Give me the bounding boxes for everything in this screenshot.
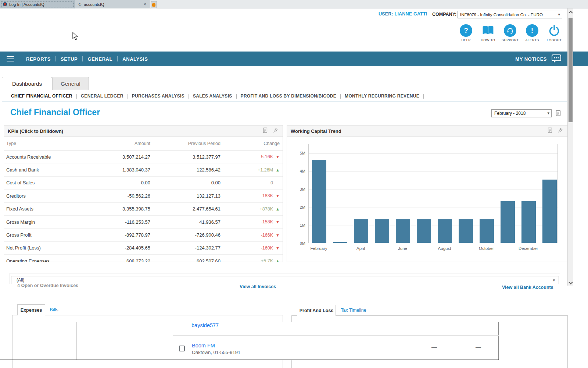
down-triangle-icon: ▼ [275, 246, 280, 250]
help-button[interactable]: ? HELP [456, 24, 476, 42]
chevron-down-icon: ▾ [558, 12, 560, 17]
col-change: Change [220, 141, 280, 146]
my-notices[interactable]: MY NOTICES [515, 54, 562, 64]
contacts-overlay-window: bayside577 Boom FM Oaktown, 01-555-9191 … [76, 322, 499, 360]
kpi-amount: -50,562.26 [78, 193, 150, 199]
browser-tab-title: accountsIQ [84, 2, 104, 7]
tab-general[interactable]: General [52, 77, 89, 90]
kpi-change-value: 0 [270, 180, 273, 185]
pin-icon[interactable] [557, 127, 563, 135]
kpi-row[interactable]: Cash and Bank1,383,040.37122,586.42+1.26… [4, 163, 283, 176]
view-all-bank-accounts-link[interactable]: View all Bank Accounts [502, 285, 553, 290]
tab-bills[interactable]: Bills [45, 304, 63, 315]
user-label: USER: [379, 11, 393, 17]
up-triangle-icon: ▲ [275, 207, 280, 211]
speech-bubble-icon [551, 54, 562, 64]
down-triangle-icon: ▼ [275, 155, 280, 159]
contact-link[interactable]: bayside577 [191, 322, 219, 328]
kpi-row[interactable]: Cost of Sales0.000.000 [4, 177, 283, 190]
kpi-row[interactable]: Net Profit (Loss)-284,405.65-124,302.77-… [4, 242, 283, 255]
y-tick-label: 5M [287, 151, 305, 155]
view-all-invoices-link[interactable]: View all Invoices [240, 284, 276, 289]
subnav-general-ledger[interactable]: GENERAL LEDGER [77, 93, 128, 99]
col-type: Type [4, 141, 78, 146]
filter-select-value: (All) [17, 277, 24, 283]
support-button[interactable]: SUPPORT [500, 24, 520, 42]
kpi-type: Fixed Assets [4, 206, 78, 212]
kpi-change-value: -183K [261, 193, 273, 198]
scroll-up-icon[interactable] [569, 11, 573, 15]
kpi-amount: 0.00 [78, 180, 150, 185]
kpi-previous: 122,586.42 [150, 167, 220, 173]
alert-icon: ! [526, 24, 538, 37]
col-previous-period: Previous Period [150, 141, 220, 146]
col-amount: Amount [78, 141, 150, 146]
tab-expenses[interactable]: Expenses [17, 304, 45, 315]
kpi-amount: -284,405.65 [78, 245, 150, 251]
vertical-scrollbar[interactable] [567, 8, 573, 286]
chevron-down-icon: ▾ [553, 278, 555, 283]
subnav-chief-financial-officer[interactable]: CHIEF FINANCIAL OFFICER [7, 93, 76, 99]
kpi-row[interactable]: Fixed Assets3,355,398.752,477,654.61+878… [4, 203, 283, 216]
kpi-change: -166K▼ [220, 233, 280, 238]
kpi-row[interactable]: Gross Profit-892,778.97-726,900.46-166K▼ [4, 229, 283, 241]
kpi-row[interactable]: Accounts Receivable3,507,214.273,512,377… [4, 151, 283, 163]
subnav-sales-analysis[interactable]: SALES ANALYSIS [189, 93, 236, 99]
kpi-row[interactable]: Creditors-50,562.26132,127.13-183K▼ [4, 190, 283, 202]
help-icon: ? [460, 24, 472, 37]
nav-general[interactable]: GENERAL [83, 56, 117, 62]
book-icon [481, 24, 495, 37]
tab-profit-and-loss[interactable]: Profit And Loss [297, 305, 336, 316]
logout-label: LOGOUT [547, 38, 562, 42]
kpi-change: 0 [220, 180, 280, 185]
kpi-row[interactable]: Gross Margin-116,253.5741,936.57-158K▼ [4, 216, 283, 229]
close-tab-icon[interactable]: × [143, 2, 147, 7]
how-to-button[interactable]: HOW TO [478, 24, 498, 42]
subnav-purchases-analysis[interactable]: PURCHASES ANALYSIS [128, 93, 189, 99]
period-select[interactable]: February - 2018 ▾ [491, 109, 552, 117]
chart-xaxis: FebruaryAprilJuneAugustOctoberDecember [308, 125, 558, 262]
browser-tab-login[interactable]: Log In | AccountsIQ [0, 0, 75, 8]
kpi-type: Creditors [4, 193, 78, 199]
subnav-pnl-by-dimension[interactable]: PROFIT AND LOSS BY DIMENSION/BICODE [237, 93, 341, 99]
contact-name-link[interactable]: Boom FM [192, 343, 215, 348]
export-icon[interactable] [263, 127, 268, 135]
empty-cell-dash: — [476, 344, 481, 350]
y-tick-label: 4M [287, 169, 305, 173]
kpi-amount: 3,507,214.27 [78, 154, 150, 160]
nav-items: REPORTS SETUP GENERAL ANALYSIS [21, 56, 153, 62]
tab-tax-timeline[interactable]: Tax Timeline [336, 305, 371, 316]
kpi-previous: -124,302.77 [150, 245, 220, 251]
nav-setup[interactable]: SETUP [56, 56, 82, 62]
x-tick-label: October [479, 246, 494, 251]
pin-icon[interactable] [273, 127, 278, 135]
kpi-amount: 1,383,040.37 [78, 167, 150, 173]
kpi-change-value: -166K [261, 233, 273, 238]
export-icon[interactable] [555, 110, 562, 118]
browser-tab-accountsiq[interactable]: ↻ accountsIQ × [75, 0, 150, 8]
contact-checkbox[interactable] [179, 346, 185, 351]
workspace-tabs: Dashboards General [2, 77, 89, 90]
scroll-down-icon[interactable] [569, 280, 573, 284]
alerts-button[interactable]: ! ALERTS [522, 24, 542, 42]
kpi-type: Gross Margin [4, 219, 78, 225]
hamburger-menu-icon[interactable] [7, 56, 14, 62]
kpi-change-value: -158K [261, 219, 273, 224]
kpi-change-value: +1.26M [258, 167, 273, 173]
subnav-divider [423, 94, 424, 99]
up-triangle-icon: ▲ [275, 259, 280, 262]
kpi-change: -158K▼ [220, 219, 280, 224]
logout-button[interactable]: LOGOUT [544, 24, 564, 42]
scrollbar-thumb[interactable] [569, 18, 573, 122]
tab-dashboards[interactable]: Dashboards [2, 77, 52, 90]
subnav-monthly-recurring-revenue[interactable]: MONTHLY RECURRING REVENUE [341, 93, 423, 99]
tab-stub[interactable] [151, 1, 157, 8]
nav-analysis[interactable]: ANALYSIS [118, 56, 153, 62]
filter-select[interactable]: (All) ▾ [11, 276, 559, 284]
nav-reports[interactable]: REPORTS [21, 56, 55, 62]
period-select-value: February - 2018 [494, 111, 526, 116]
company-select[interactable]: INF8079 - Infinity Consolidation Co. - E… [458, 11, 562, 18]
kpi-change-value: -160K [261, 245, 273, 251]
power-icon [548, 24, 560, 37]
kpi-row[interactable]: Operating Expenses608,273.22602,507.60+5… [4, 255, 283, 262]
